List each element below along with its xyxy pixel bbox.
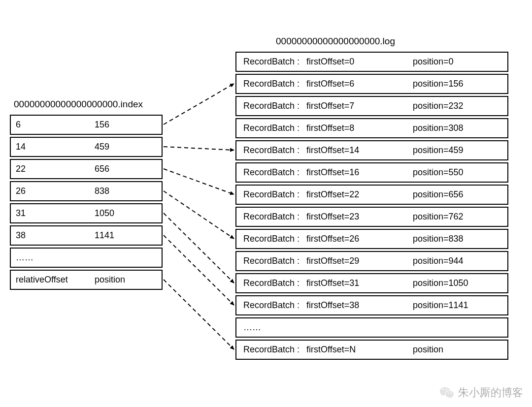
log-position: position=1141 xyxy=(413,300,468,311)
log-position: position=550 xyxy=(413,167,464,178)
log-prefix: RecordBatch : xyxy=(243,101,306,111)
index-footer-col2: position xyxy=(95,275,125,285)
log-first-offset: firstOffset=14 xyxy=(306,145,413,156)
log-prefix: RecordBatch : xyxy=(243,256,306,266)
index-row: 31 1050 xyxy=(10,203,163,223)
log-position: position=1050 xyxy=(413,278,468,288)
svg-line-1 xyxy=(164,147,234,150)
log-row: RecordBatch : firstOffset=38 position=11… xyxy=(235,295,508,315)
index-footer-col1: relativeOffset xyxy=(16,275,95,285)
log-prefix: RecordBatch : xyxy=(243,123,306,133)
log-position: position=944 xyxy=(413,256,464,266)
log-prefix: RecordBatch : xyxy=(243,189,306,200)
index-row: 6 156 xyxy=(10,115,163,135)
svg-line-0 xyxy=(164,84,234,125)
index-position: 656 xyxy=(95,164,109,174)
index-relative-offset: 6 xyxy=(16,120,95,130)
log-position: position xyxy=(413,344,443,355)
log-position: position=0 xyxy=(413,57,454,67)
log-position: position=762 xyxy=(413,212,464,222)
watermark-text: 朱小厮的博客 xyxy=(458,385,523,400)
svg-line-6 xyxy=(164,280,234,349)
log-row: RecordBatch : firstOffset=6 position=156 xyxy=(235,74,508,94)
log-prefix: RecordBatch : xyxy=(243,167,306,178)
log-position: position=838 xyxy=(413,234,464,244)
log-position: position=232 xyxy=(413,101,464,111)
svg-line-3 xyxy=(164,191,234,239)
log-first-offset: firstOffset=38 xyxy=(306,300,413,311)
svg-line-5 xyxy=(164,235,234,305)
log-first-offset: firstOffset=6 xyxy=(306,79,413,89)
log-first-offset: firstOffset=23 xyxy=(306,212,413,222)
index-row: 22 656 xyxy=(10,159,163,179)
index-relative-offset: 22 xyxy=(16,164,95,174)
ellipsis-text: …… xyxy=(243,322,261,333)
index-position: 1141 xyxy=(95,230,114,241)
ellipsis-text: …… xyxy=(16,252,33,263)
log-first-offset: firstOffset=8 xyxy=(306,123,413,133)
log-row: RecordBatch : firstOffset=23 position=76… xyxy=(235,207,508,227)
index-ellipsis: …… xyxy=(10,248,163,268)
log-position: position=156 xyxy=(413,79,464,89)
log-row: RecordBatch : firstOffset=16 position=55… xyxy=(235,162,508,183)
log-first-offset: firstOffset=16 xyxy=(306,167,413,178)
log-row: RecordBatch : firstOffset=31 position=10… xyxy=(235,273,508,293)
index-position: 459 xyxy=(95,142,109,152)
log-ellipsis: …… xyxy=(235,317,508,338)
log-prefix: RecordBatch : xyxy=(243,79,306,89)
log-prefix: RecordBatch : xyxy=(243,145,306,156)
log-first-offset: firstOffset=31 xyxy=(306,278,413,288)
log-row: RecordBatch : firstOffset=8 position=308 xyxy=(235,118,508,138)
log-first-offset: firstOffset=7 xyxy=(306,101,413,111)
log-first-offset: firstOffset=29 xyxy=(306,256,413,266)
index-relative-offset: 38 xyxy=(16,230,95,241)
log-row: RecordBatch : firstOffset=14 position=45… xyxy=(235,140,508,160)
watermark: 朱小厮的博客 xyxy=(439,385,523,400)
log-position: position=656 xyxy=(413,189,464,200)
svg-line-4 xyxy=(164,213,234,283)
index-relative-offset: 26 xyxy=(16,186,95,196)
log-row: RecordBatch : firstOffset=0 position=0 xyxy=(235,52,508,72)
svg-line-2 xyxy=(164,169,234,194)
index-position: 156 xyxy=(95,120,109,130)
log-position: position=308 xyxy=(413,123,464,133)
log-title: 00000000000000000000.log xyxy=(276,36,395,47)
index-footer: relativeOffset position xyxy=(10,270,163,290)
index-position: 1050 xyxy=(95,208,114,219)
log-first-offset: firstOffset=26 xyxy=(306,234,413,244)
log-prefix: RecordBatch : xyxy=(243,234,306,244)
index-row: 38 1141 xyxy=(10,225,163,246)
log-row: RecordBatch : firstOffset=22 position=65… xyxy=(235,185,508,205)
index-row: 26 838 xyxy=(10,181,163,201)
index-relative-offset: 14 xyxy=(16,142,95,152)
log-position: position=459 xyxy=(413,145,464,156)
log-prefix: RecordBatch : xyxy=(243,57,306,67)
index-title: 00000000000000000000.index xyxy=(14,99,143,110)
index-position: 838 xyxy=(95,186,109,196)
log-prefix: RecordBatch : xyxy=(243,300,306,311)
log-row: RecordBatch : firstOffset=29 position=94… xyxy=(235,251,508,271)
log-first-offset: firstOffset=N xyxy=(306,344,413,355)
log-first-offset: firstOffset=0 xyxy=(306,57,413,67)
log-prefix: RecordBatch : xyxy=(243,212,306,222)
index-relative-offset: 31 xyxy=(16,208,95,219)
log-row: RecordBatch : firstOffset=26 position=83… xyxy=(235,229,508,249)
log-prefix: RecordBatch : xyxy=(243,278,306,288)
wechat-icon xyxy=(439,385,454,400)
log-row-last: RecordBatch : firstOffset=N position xyxy=(235,340,508,360)
index-row: 14 459 xyxy=(10,137,163,157)
log-row: RecordBatch : firstOffset=7 position=232 xyxy=(235,96,508,116)
log-first-offset: firstOffset=22 xyxy=(306,189,413,200)
log-prefix: RecordBatch : xyxy=(243,344,306,355)
